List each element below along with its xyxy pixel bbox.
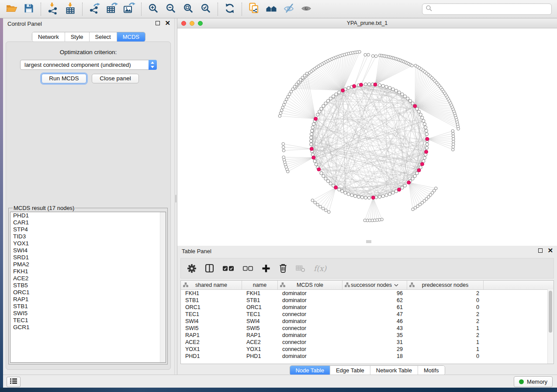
mcds-result-item[interactable]: ACE2: [10, 275, 166, 282]
mcds-result-item[interactable]: SWI4: [10, 247, 166, 254]
criterion-value: largest connected component (undirected): [24, 60, 131, 69]
search-field[interactable]: [422, 3, 552, 15]
mcds-result-item[interactable]: GCR1: [10, 324, 166, 331]
close-panel-icon[interactable]: ✕: [165, 21, 170, 25]
table-row[interactable]: ACE2ACE2connector311: [181, 339, 554, 346]
zoom-selected-button[interactable]: [197, 1, 214, 17]
close-panel-icon[interactable]: ✕: [547, 248, 553, 253]
first-neighbors-icon: [265, 3, 277, 15]
task-list-icon: [10, 378, 17, 386]
delete-column-icon[interactable]: [279, 263, 287, 273]
settings-gear-icon[interactable]: [187, 264, 197, 273]
tab-mcds[interactable]: MCDS: [117, 32, 145, 41]
zoom-out-button[interactable]: [162, 1, 180, 17]
table-row[interactable]: PHD1PHD1dominator180: [181, 353, 554, 360]
add-column-icon[interactable]: [262, 264, 270, 273]
hide-selected-button[interactable]: [280, 1, 298, 17]
export-network-button[interactable]: [86, 1, 103, 17]
memory-button[interactable]: Memory: [514, 376, 553, 387]
column-header-shared-name[interactable]: shared name: [181, 281, 242, 289]
open-file-button[interactable]: [3, 1, 20, 17]
tab-style[interactable]: Style: [65, 32, 90, 41]
float-panel-icon[interactable]: [156, 21, 160, 25]
table-tab-motifs[interactable]: Motifs: [418, 366, 445, 375]
table-row[interactable]: YOX1YOX1connector291: [181, 346, 554, 353]
table-row[interactable]: STB1STB1dominator620: [181, 297, 554, 304]
column-header-name[interactable]: name: [242, 281, 278, 289]
delete-table-icon[interactable]: [296, 264, 305, 272]
window-close-icon[interactable]: [181, 21, 186, 26]
table-cell: 18: [343, 353, 407, 360]
table-cell: 96: [343, 290, 407, 297]
panel-splitter[interactable]: [174, 18, 177, 375]
refresh-button[interactable]: [221, 1, 239, 17]
table-row[interactable]: TEC1TEC1connector472: [181, 311, 554, 318]
column-layout-icon[interactable]: [205, 264, 214, 273]
criterion-dropdown[interactable]: largest connected component (undirected): [20, 60, 157, 70]
zoom-in-button[interactable]: [145, 1, 162, 17]
mcds-result-item[interactable]: SRD1: [10, 254, 166, 261]
table-tab-network-table[interactable]: Network Table: [370, 366, 418, 375]
float-panel-icon[interactable]: [538, 248, 543, 253]
mcds-list-scrollbar[interactable]: [160, 212, 166, 362]
network-splitter-handle-icon[interactable]: [366, 240, 371, 243]
close-panel-button[interactable]: Close panel: [92, 74, 139, 83]
network-window-titlebar[interactable]: YPA_prune.txt_1: [177, 19, 557, 28]
table-body: FKH1FKH1dominator962STB1STB1dominator620…: [181, 290, 554, 360]
window-minimize-icon[interactable]: [190, 21, 194, 26]
deselect-all-icon[interactable]: [242, 265, 253, 272]
window-maximize-icon[interactable]: [198, 21, 203, 26]
table-row[interactable]: FKH1FKH1dominator962: [181, 290, 554, 297]
table-row[interactable]: ORC1ORC1dominator610: [181, 304, 554, 311]
table-scrollbar-thumb[interactable]: [549, 291, 552, 333]
mcds-result-list[interactable]: PHD1CAR1STP4TID3YOX1SWI4SRD1PMA2FKH1ACE2…: [10, 212, 166, 363]
mcds-result-item[interactable]: PMA2: [10, 261, 166, 268]
memory-label: Memory: [527, 378, 547, 385]
table-row[interactable]: SWI4SWI4dominator462: [181, 318, 554, 325]
mcds-result-item[interactable]: RAP1: [10, 296, 166, 303]
export-image-button[interactable]: [121, 1, 138, 17]
show-all-button[interactable]: [298, 1, 315, 17]
mcds-result-item[interactable]: STP4: [10, 226, 166, 233]
export-table-button[interactable]: [103, 1, 121, 17]
table-row[interactable]: RAP1RAP1dominator352: [181, 332, 554, 339]
import-table-button[interactable]: [62, 1, 79, 17]
zoom-fit-button[interactable]: [180, 1, 197, 17]
save-session-button[interactable]: [20, 1, 38, 17]
function-builder-icon[interactable]: f(x): [314, 264, 326, 273]
mcds-result-item[interactable]: FKH1: [10, 268, 166, 275]
import-network-button[interactable]: [44, 1, 62, 17]
first-neighbors-button[interactable]: [263, 1, 280, 17]
table-panel-tabs: Node TableEdge TableNetwork TableMotifs: [289, 365, 445, 375]
save-session-icon: [24, 3, 34, 15]
mcds-result-item[interactable]: TEC1: [10, 317, 166, 324]
copy-network-button[interactable]: [245, 1, 263, 17]
run-mcds-button[interactable]: Run MCDS: [42, 74, 86, 83]
tab-network[interactable]: Network: [32, 32, 65, 41]
mcds-result-item[interactable]: ORC1: [10, 289, 166, 296]
mcds-result-item[interactable]: YOX1: [10, 240, 166, 247]
mcds-result-item[interactable]: CAR1: [10, 219, 166, 226]
column-header-predecessor-nodes[interactable]: predecessor nodes: [407, 281, 484, 289]
mcds-result-item[interactable]: PHD1: [10, 212, 166, 219]
tab-select[interactable]: Select: [90, 32, 117, 41]
table-cell: dominator: [278, 304, 343, 311]
mcds-result-item[interactable]: SWI5: [10, 310, 166, 317]
mcds-result-item[interactable]: STB5: [10, 282, 166, 289]
table-row[interactable]: SWI5SWI5connector431: [181, 325, 554, 332]
mcds-result-item[interactable]: TID3: [10, 233, 166, 240]
column-header-successor-nodes[interactable]: successor nodes: [343, 281, 407, 289]
table-tab-node-table[interactable]: Node Table: [290, 366, 330, 375]
table-cell: RAP1: [242, 332, 278, 339]
search-input[interactable]: [432, 6, 551, 13]
column-label: MCDS role: [297, 282, 323, 288]
task-history-button[interactable]: [7, 377, 21, 387]
column-header-MCDS-role[interactable]: MCDS role: [278, 281, 343, 289]
table-scrollbar[interactable]: [547, 289, 554, 364]
select-all-icon[interactable]: [222, 265, 234, 272]
table-tab-edge-table[interactable]: Edge Table: [330, 366, 370, 375]
table-toolbar: f(x): [180, 258, 554, 279]
table-cell: YOX1: [242, 346, 278, 353]
network-canvas[interactable]: [177, 28, 557, 246]
mcds-result-item[interactable]: STB1: [10, 303, 166, 310]
